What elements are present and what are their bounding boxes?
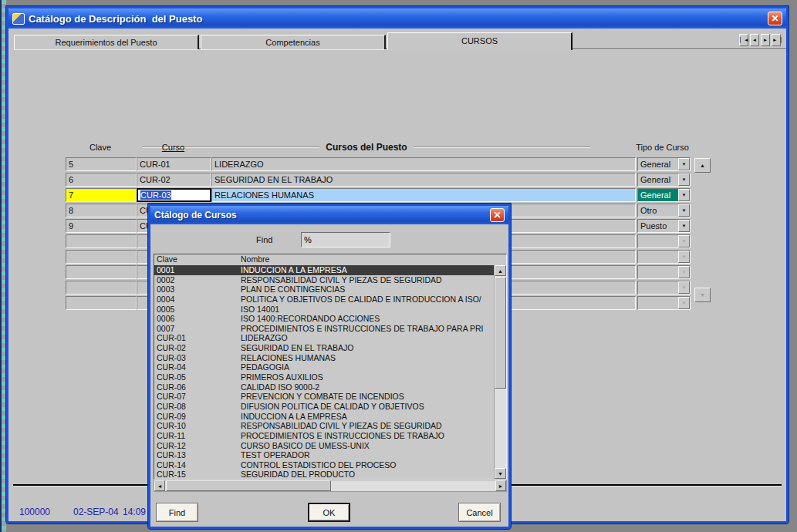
cancel-button[interactable]: Cancel xyxy=(458,503,501,522)
tipo-curso-combo[interactable]: General▼ xyxy=(637,157,691,171)
list-item-nombre: CURSO BASICO DE UMESS-UNIX xyxy=(241,441,492,451)
list-item[interactable]: CUR-04PEDAGOGIA xyxy=(154,362,494,372)
tipo-curso-combo[interactable]: General▼ xyxy=(637,188,691,202)
list-item-nombre: RESPONSABILIDAD CIVIL Y PIEZAS DE SEGURI… xyxy=(241,275,492,285)
list-item[interactable]: CUR-12CURSO BASICO DE UMESS-UNIX xyxy=(154,441,494,451)
cell-clave[interactable] xyxy=(66,234,137,248)
main-titlebar[interactable]: Catálogo de Descripción del Puesto ✕ xyxy=(8,8,786,29)
cell-curso[interactable]: CUR-03 xyxy=(137,188,211,202)
list-item[interactable]: CUR-05PRIMEROS AUXILIOS xyxy=(154,372,494,382)
list-item[interactable]: 0002RESPONSABILIDAD CIVIL Y PIEZAS DE SE… xyxy=(154,275,494,285)
cell-nombre[interactable]: SEGURIDAD EN EL TRABAJO xyxy=(211,173,636,187)
list-item[interactable]: CUR-06CALIDAD ISO 9000-2 xyxy=(154,382,494,392)
scroll-down-glyph: ▼ xyxy=(700,292,705,298)
list-item[interactable]: CUR-13TEST OPERADOR xyxy=(154,450,494,460)
previous-record-icon[interactable]: ◄ xyxy=(750,34,759,46)
cell-clave[interactable] xyxy=(66,281,137,295)
list-item[interactable]: 0006ISO 1400:RECORDANDO ACCIONES xyxy=(154,314,494,324)
list-vscroll-thumb[interactable] xyxy=(495,277,506,389)
ok-button[interactable]: OK xyxy=(308,503,350,522)
chevron-down-icon[interactable]: ▼ xyxy=(678,281,690,294)
cell-clave[interactable] xyxy=(66,265,137,279)
tab-cursos[interactable]: CURSOS xyxy=(387,32,572,50)
list-item[interactable]: CUR-03RELACIONES HUMANAS xyxy=(154,353,494,363)
find-input[interactable] xyxy=(301,232,390,247)
tipo-curso-combo[interactable]: ▼ xyxy=(637,234,691,248)
list-horizontal-scrollbar[interactable]: ◄ ► xyxy=(154,480,507,492)
list-hscroll-thumb[interactable] xyxy=(166,480,331,491)
list-item[interactable]: CUR-09INDUCCION A LA EMPRESA xyxy=(154,412,494,422)
chevron-down-icon[interactable]: ▼ xyxy=(678,266,690,278)
dialog-titlebar[interactable]: Ctálogo de Cursos ✕ xyxy=(150,206,508,224)
list-item[interactable]: 0005ISO 14001 xyxy=(154,305,494,315)
list-item[interactable]: 0001INDUCCION A LA EMPRESA xyxy=(154,265,494,275)
chevron-down-icon[interactable]: ▼ xyxy=(678,189,690,201)
table-scroll-up-icon[interactable]: ▲ xyxy=(694,158,711,173)
list-item-nombre: ISO 1400:RECORDANDO ACCIONES xyxy=(241,314,492,324)
find-button[interactable]: Find xyxy=(156,503,198,522)
cell-clave[interactable]: 6 xyxy=(66,173,137,187)
list-item-nombre: CALIDAD ISO 9000-2 xyxy=(241,382,492,392)
tab-requerimientos-del-puesto[interactable]: Requerimientos del Puesto xyxy=(14,35,199,49)
chevron-down-icon[interactable]: ▼ xyxy=(678,297,690,309)
list-item[interactable]: 0007PROCEDIMIENTOS E INSTRUCCIONES DE TR… xyxy=(154,324,494,334)
tab-competencias[interactable]: Competencias xyxy=(201,35,386,49)
first-record-icon[interactable]: ▏◄ xyxy=(739,34,748,46)
tipo-curso-combo[interactable]: General▼ xyxy=(637,173,691,187)
list-item[interactable]: CUR-15SEGURIDAD DEL PRODUCTO xyxy=(154,470,494,479)
table-row: 7CUR-03RELACIONES HUMANASGeneral▼ xyxy=(8,188,786,202)
tipo-curso-combo[interactable]: ▼ xyxy=(637,250,691,264)
list-item[interactable]: 0003PLAN DE CONTINGENCIAS xyxy=(154,285,494,295)
list-item[interactable]: CUR-10RESPONSABILIDAD CIVIL Y PIEZAS DE … xyxy=(154,421,494,431)
last-record-icon[interactable]: ►▕ xyxy=(772,34,781,46)
list-item-clave: CUR-05 xyxy=(157,372,186,382)
cell-nombre[interactable]: RELACIONES HUMANAS xyxy=(211,188,636,202)
list-item-nombre: PROCEDIMIENTOS E INSTRUCCIONES DE TRABAJ… xyxy=(241,431,492,441)
list-item[interactable]: CUR-14CONTROL ESTADISTICO DEL PROCESO xyxy=(154,460,494,470)
list-item-clave: 0001 xyxy=(157,265,174,275)
cell-clave[interactable]: 8 xyxy=(66,204,137,217)
list-item[interactable]: CUR-07PREVENCION Y COMBATE DE INCENDIOS xyxy=(154,392,494,402)
tipo-curso-combo[interactable]: ▼ xyxy=(637,281,691,295)
record-navigation: ▏◄◄►►▕ xyxy=(739,34,781,46)
chevron-down-icon[interactable]: ▼ xyxy=(678,158,690,170)
next-record-icon[interactable]: ► xyxy=(761,34,770,46)
list-item-nombre: TEST OPERADOR xyxy=(241,450,492,460)
chevron-down-icon[interactable]: ▼ xyxy=(678,220,690,232)
close-icon[interactable]: ✕ xyxy=(768,12,782,25)
list-item-nombre: CONTROL ESTADISTICO DEL PROCESO xyxy=(241,460,492,470)
list-scroll-left-icon[interactable]: ◄ xyxy=(154,480,165,491)
column-header-tipo: Tipo de Curso xyxy=(626,143,699,152)
cell-clave[interactable]: 5 xyxy=(66,157,137,171)
cell-clave[interactable]: 9 xyxy=(66,219,137,233)
list-scroll-down-icon[interactable]: ▼ xyxy=(495,468,506,479)
cell-nombre[interactable]: LIDERAZGO xyxy=(211,157,636,171)
list-item-clave: CUR-06 xyxy=(157,382,186,392)
tipo-curso-combo[interactable]: ▼ xyxy=(637,296,691,310)
cell-curso[interactable]: CUR-02 xyxy=(137,173,211,187)
combo-value: General xyxy=(638,158,678,170)
tipo-curso-combo[interactable]: ▼ xyxy=(637,265,691,279)
cell-clave[interactable] xyxy=(66,250,137,264)
chevron-down-icon[interactable]: ▼ xyxy=(678,235,690,247)
cell-curso[interactable]: CUR-01 xyxy=(137,157,211,171)
table-scroll-down-icon[interactable]: ▼ xyxy=(694,288,711,302)
list-vertical-scrollbar[interactable]: ▲ ▼ xyxy=(494,265,506,479)
list-item[interactable]: CUR-01LIDERAZGO xyxy=(154,333,494,343)
cell-clave[interactable] xyxy=(66,296,137,310)
list-item[interactable]: CUR-02SEGURIDAD EN EL TRABAJO xyxy=(154,343,494,353)
tipo-curso-combo[interactable]: Puesto▼ xyxy=(637,219,691,233)
list-scroll-up-icon[interactable]: ▲ xyxy=(495,265,506,276)
list-scroll-right-icon[interactable]: ► xyxy=(495,480,506,491)
cell-clave[interactable]: 7 xyxy=(66,188,137,202)
list-item[interactable]: 0004POLITICA Y OBJETIVOS DE CALIDAD E IN… xyxy=(154,295,494,305)
list-item[interactable]: CUR-08DIFUSION POLITICA DE CALIDAD Y OBJ… xyxy=(154,402,494,412)
chevron-down-icon[interactable]: ▼ xyxy=(678,251,690,263)
chevron-down-icon[interactable]: ▼ xyxy=(678,173,690,186)
list-item[interactable]: CUR-11PROCEDIMIENTOS E INSTRUCCIONES DE … xyxy=(154,431,494,441)
chevron-down-icon[interactable]: ▼ xyxy=(678,204,690,217)
list-item-nombre: PROCEDIMIENTOS E INSTRUCCIONES DE TRABAJ… xyxy=(241,324,492,334)
list-item-nombre: SEGURIDAD DEL PRODUCTO xyxy=(241,470,492,479)
tipo-curso-combo[interactable]: Otro▼ xyxy=(637,204,691,217)
dialog-close-icon[interactable]: ✕ xyxy=(490,208,505,222)
